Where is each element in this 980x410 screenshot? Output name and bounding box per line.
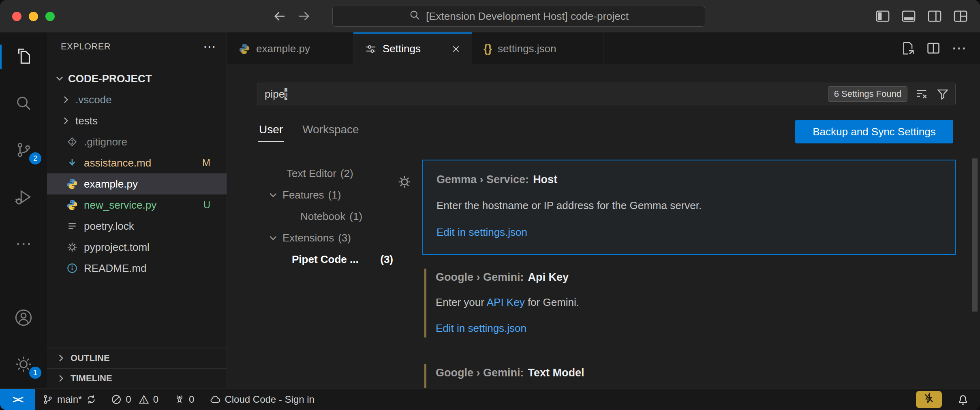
file-label: .gitignore — [84, 136, 127, 148]
problems-indicator[interactable]: 0 0 — [111, 394, 158, 405]
account-icon — [14, 308, 33, 327]
toc-label: Notebook — [300, 210, 345, 223]
split-editor-icon[interactable] — [926, 41, 941, 56]
tab-settings-json[interactable]: {} settings.json — [472, 32, 603, 64]
tree-item-poetry-lock[interactable]: poetry.lock — [47, 216, 227, 237]
cloud-code-signin[interactable]: Cloud Code - Sign in — [210, 394, 314, 405]
command-center[interactable]: [Extension Development Host] code-projec… — [332, 6, 705, 27]
chevron-down-icon — [268, 190, 278, 201]
command-center-label: [Extension Development Host] code-projec… — [426, 10, 629, 23]
setting-google-gemini-api-key[interactable]: Google › Gemini:Api Key Enter your API K… — [422, 269, 956, 337]
file-label: pyproject.toml — [84, 241, 150, 254]
forward-icon[interactable] — [297, 9, 311, 23]
radio-tower-icon — [174, 394, 185, 405]
tree-item-pyproject-toml[interactable]: pyproject.toml — [47, 237, 227, 258]
errors-icon — [111, 394, 122, 405]
activity-settings[interactable]: 1 — [0, 346, 47, 382]
backup-sync-settings-button[interactable]: Backup and Sync Settings — [795, 120, 953, 143]
more-actions-icon[interactable]: ⋯ — [952, 45, 966, 51]
file-label: poetry.lock — [84, 220, 134, 233]
scope-tab-workspace[interactable]: Workspace — [302, 118, 360, 142]
traffic-lights — [0, 12, 55, 21]
settings-toc: Text Editor (2) Features (1) Notebook (1… — [227, 163, 405, 270]
file-label: tests — [75, 115, 98, 127]
sync-icon — [86, 394, 97, 405]
tree-item-vscode[interactable]: .vscode — [47, 89, 227, 110]
tree-item-example-py[interactable]: example.py — [47, 173, 227, 194]
tab-settings[interactable]: Settings — [353, 32, 472, 64]
toggle-secondary-sidebar-icon[interactable] — [927, 8, 943, 24]
toggle-panel-icon[interactable] — [901, 8, 917, 24]
tree-item-assistance-md[interactable]: assistance.md M — [47, 152, 227, 173]
tab-example-py[interactable]: example.py — [227, 32, 353, 64]
extensions-disabled-indicator[interactable] — [916, 391, 942, 408]
outline-section-header[interactable]: OUTLINE — [47, 348, 227, 368]
activity-explorer[interactable] — [0, 39, 47, 75]
tree-item-new-service-py[interactable]: new_service.py U — [47, 194, 227, 216]
toc-extensions[interactable]: Extensions (3) — [227, 227, 405, 249]
toggle-primary-sidebar-icon[interactable] — [875, 8, 891, 24]
customize-layout-icon[interactable] — [952, 8, 969, 24]
editor-group: example.py Settings {} settings.json — [227, 32, 980, 388]
scrollbar-thumb[interactable] — [972, 158, 978, 312]
timeline-section-header[interactable]: TIMELINE — [47, 368, 227, 388]
tab-label: settings.json — [498, 43, 556, 55]
notifications-bell-icon[interactable] — [956, 393, 969, 406]
minimize-window-button[interactable] — [29, 12, 38, 21]
toc-text-editor[interactable]: Text Editor (2) — [227, 163, 405, 184]
open-settings-json-icon[interactable] — [900, 41, 915, 56]
git-icon — [66, 135, 79, 148]
tree-item-readme-md[interactable]: README.md — [47, 258, 227, 279]
edit-in-settings-json-link[interactable]: Edit in settings.json — [437, 225, 941, 239]
search-icon — [409, 9, 420, 23]
info-icon — [66, 262, 79, 275]
filter-icon[interactable] — [936, 87, 950, 101]
settings-scope-tabs: User Workspace — [258, 118, 360, 142]
remote-indicator[interactable]: >< — [0, 389, 35, 410]
tree-item-tests[interactable]: tests — [47, 110, 227, 131]
api-key-link[interactable]: API Key — [487, 296, 525, 308]
settings-search-input[interactable]: pipet 6 Settings Found — [257, 83, 956, 105]
setting-actions-gear-icon[interactable] — [397, 174, 412, 190]
close-icon[interactable] — [450, 43, 462, 55]
activity-bar: 2 ⋯ 1 — [0, 32, 47, 388]
back-icon[interactable] — [272, 9, 287, 23]
activity-run-debug[interactable] — [0, 179, 47, 215]
close-window-button[interactable] — [12, 12, 21, 21]
json-braces-icon: {} — [484, 43, 492, 55]
activity-accounts[interactable] — [0, 300, 47, 335]
setting-gemma-service-host[interactable]: Gemma › Service:Host Enter the hostname … — [422, 160, 956, 255]
activity-search[interactable] — [0, 86, 47, 122]
tree-item-gitignore[interactable]: .gitignore — [47, 131, 227, 152]
settings-count-badge: 6 Settings Found — [828, 86, 907, 102]
settings-sliders-icon — [365, 43, 377, 55]
tab-label: Settings — [383, 43, 421, 55]
chevron-down-icon — [54, 73, 65, 84]
explorer-more-actions-icon[interactable]: ⋯ — [203, 43, 216, 51]
toc-pipet-code[interactable]: Pipet Code ... (3) — [227, 249, 405, 270]
toc-features[interactable]: Features (1) — [227, 184, 405, 206]
clear-search-filters-icon[interactable] — [915, 87, 929, 101]
file-label: README.md — [84, 262, 147, 275]
chevron-right-icon — [56, 373, 66, 384]
zoom-window-button[interactable] — [45, 12, 55, 21]
scope-tab-user[interactable]: User — [258, 118, 284, 142]
bolt-slash-icon — [923, 392, 935, 407]
activity-source-control[interactable]: 2 — [0, 132, 47, 168]
file-tree: CODE-PROJECT .vscode tests .gitignore — [47, 68, 227, 279]
history-nav — [272, 0, 311, 32]
edit-in-settings-json-link[interactable]: Edit in settings.json — [436, 321, 941, 335]
tree-root-code-project[interactable]: CODE-PROJECT — [47, 68, 227, 89]
toc-count: (1) — [328, 189, 341, 201]
run-debug-icon — [14, 188, 33, 206]
toc-count: (3) — [338, 232, 351, 244]
activity-more[interactable]: ⋯ — [0, 226, 47, 261]
ports-indicator[interactable]: 0 — [174, 394, 194, 405]
outline-label: OUTLINE — [71, 353, 110, 363]
branch-indicator[interactable]: main* — [42, 394, 97, 405]
chevron-right-icon — [56, 353, 66, 363]
toc-notebook[interactable]: Notebook (1) — [227, 206, 405, 227]
vscode-window: [Extension Development Host] code-projec… — [0, 0, 980, 410]
setting-google-gemini-text-model[interactable]: Google › Gemini:Text Model — [422, 364, 956, 388]
toc-label: Extensions — [282, 232, 334, 244]
